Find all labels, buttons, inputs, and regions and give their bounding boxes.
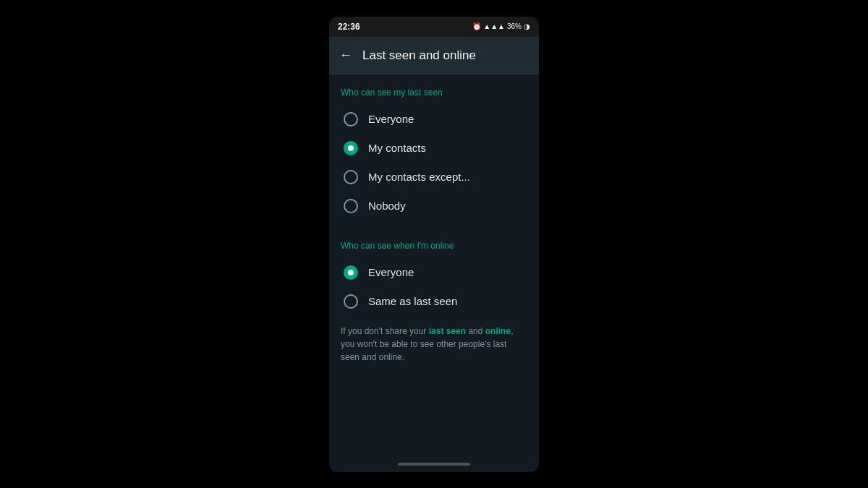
option-my-contacts-except[interactable]: My contacts except... bbox=[329, 163, 539, 192]
last-seen-section-label: Who can see my last seen bbox=[341, 87, 527, 98]
home-indicator bbox=[329, 456, 539, 472]
status-time: 22:36 bbox=[338, 22, 360, 32]
radio-same-as-last-seen[interactable] bbox=[344, 294, 358, 309]
label-same-as-last-seen: Same as last seen bbox=[368, 295, 457, 307]
back-button[interactable]: ← bbox=[339, 48, 352, 63]
signal-icon: ▲▲▲ bbox=[483, 22, 505, 30]
alarm-icon: ⏰ bbox=[472, 22, 481, 30]
option-same-as-last-seen[interactable]: Same as last seen bbox=[329, 287, 539, 316]
label-everyone-online: Everyone bbox=[368, 266, 414, 278]
content-area: Who can see my last seen Everyone My con… bbox=[329, 74, 539, 456]
info-prefix: If you don't share your bbox=[341, 326, 429, 336]
label-everyone: Everyone bbox=[368, 113, 414, 125]
option-my-contacts[interactable]: My contacts bbox=[329, 134, 539, 163]
status-icons: ⏰ ▲▲▲ 36% ◑ bbox=[472, 22, 530, 30]
top-bar: ← Last seen and online bbox=[329, 37, 539, 74]
last-seen-section: Who can see my last seen bbox=[329, 74, 539, 105]
radio-everyone-online[interactable] bbox=[344, 265, 358, 280]
info-middle: and bbox=[466, 326, 485, 336]
info-text: If you don't share your last seen and on… bbox=[329, 316, 539, 372]
battery-text: 36% bbox=[507, 22, 522, 30]
phone-container: 22:36 ⏰ ▲▲▲ 36% ◑ ← Last seen and online… bbox=[329, 17, 539, 472]
label-nobody: Nobody bbox=[368, 200, 406, 212]
option-everyone[interactable]: Everyone bbox=[329, 105, 539, 134]
home-indicator-bar bbox=[398, 463, 470, 466]
status-bar: 22:36 ⏰ ▲▲▲ 36% ◑ bbox=[329, 17, 539, 37]
radio-nobody[interactable] bbox=[344, 199, 358, 213]
info-last-seen-bold: last seen bbox=[429, 326, 466, 336]
option-everyone-online[interactable]: Everyone bbox=[329, 258, 539, 287]
radio-my-contacts-except[interactable] bbox=[344, 170, 358, 184]
label-my-contacts: My contacts bbox=[368, 142, 426, 154]
moon-icon: ◑ bbox=[524, 22, 530, 30]
page-title: Last seen and online bbox=[362, 48, 476, 63]
label-my-contacts-except: My contacts except... bbox=[368, 171, 470, 183]
online-section-label: Who can see when I'm online bbox=[341, 241, 527, 251]
info-online-bold: online bbox=[485, 326, 511, 336]
option-nobody[interactable]: Nobody bbox=[329, 192, 539, 221]
radio-my-contacts[interactable] bbox=[344, 141, 358, 155]
radio-everyone[interactable] bbox=[344, 112, 358, 127]
online-section: Who can see when I'm online bbox=[329, 228, 539, 258]
